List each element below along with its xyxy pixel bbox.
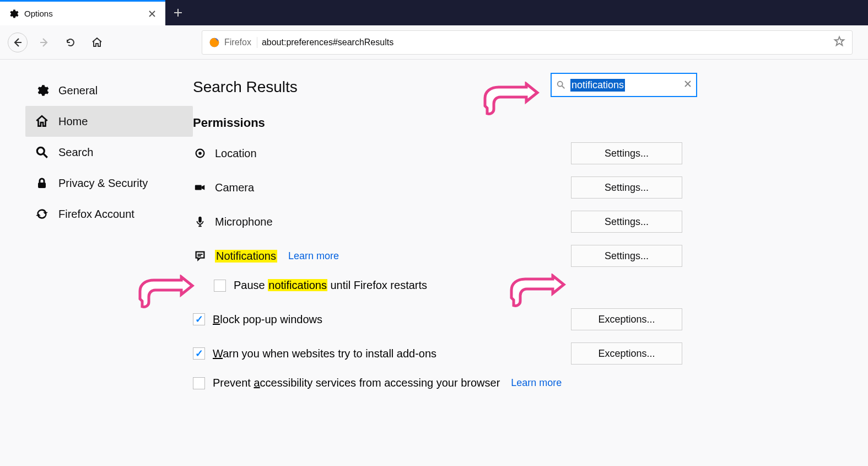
url-text: about:preferences#searchResults: [262, 38, 393, 47]
learn-more-link[interactable]: Learn more: [288, 250, 339, 262]
sidebar-item-label: Home: [58, 115, 88, 128]
microphone-settings-button[interactable]: Settings...: [571, 211, 682, 233]
preferences-main: notifications Search Results Permissions…: [193, 60, 868, 466]
permission-camera-row: Camera Settings...: [193, 176, 682, 199]
search-icon: [556, 80, 566, 90]
browser-tab-options[interactable]: Options: [0, 0, 165, 25]
location-settings-button[interactable]: Settings...: [571, 142, 682, 164]
addons-exceptions-button[interactable]: Exceptions...: [571, 342, 682, 365]
back-button[interactable]: [8, 33, 28, 52]
bookmark-star-icon[interactable]: [833, 35, 845, 50]
sidebar-item-label: Search: [58, 146, 93, 159]
permission-label: Notifications: [215, 250, 277, 263]
search-value: notifications: [570, 79, 625, 92]
preferences-content: General Home Search Privacy & Security F…: [0, 60, 868, 466]
prevent-accessibility-row: Prevent accessibility services from acce…: [193, 377, 682, 389]
sidebar-item-account[interactable]: Firefox Account: [25, 199, 193, 229]
permission-location-row: Location Settings...: [193, 142, 682, 164]
pause-notifications-checkbox[interactable]: [214, 280, 226, 292]
tab-title: Options: [24, 9, 147, 18]
block-popups-checkbox[interactable]: [193, 313, 205, 325]
home-button[interactable]: [87, 33, 107, 52]
sync-icon: [34, 206, 50, 222]
permission-label: Location: [215, 147, 257, 160]
page-heading: Search Results: [193, 78, 835, 96]
preferences-sidebar: General Home Search Privacy & Security F…: [0, 60, 193, 466]
learn-more-link[interactable]: Learn more: [511, 377, 562, 389]
svg-rect-6: [195, 185, 202, 190]
sidebar-item-label: General: [58, 84, 98, 97]
microphone-icon: [193, 215, 207, 229]
prevent-accessibility-label: Prevent accessibility services from acce…: [213, 377, 500, 389]
new-tab-button[interactable]: [165, 0, 191, 25]
svg-point-1: [37, 147, 44, 154]
camera-icon: [193, 180, 207, 195]
sidebar-item-privacy[interactable]: Privacy & Security: [25, 168, 193, 199]
tab-strip: Options: [0, 0, 868, 25]
pause-notifications-label: Pause notifications until Firefox restar…: [234, 279, 427, 292]
svg-point-5: [198, 152, 202, 155]
location-icon: [193, 146, 207, 160]
warn-addons-checkbox[interactable]: [193, 347, 205, 360]
permission-label: Camera: [215, 181, 254, 194]
lock-icon: [34, 175, 50, 191]
pause-notifications-row: Pause notifications until Firefox restar…: [214, 279, 682, 292]
gear-icon: [8, 8, 19, 19]
reload-button[interactable]: [61, 33, 80, 52]
identity-label: Firefox: [224, 38, 251, 47]
forward-button[interactable]: [34, 33, 54, 52]
url-bar[interactable]: Firefox about:preferences#searchResults: [202, 30, 853, 55]
svg-point-3: [558, 82, 563, 87]
section-heading-permissions: Permissions: [193, 116, 835, 130]
search-icon: [34, 144, 50, 160]
home-icon: [34, 114, 50, 129]
warn-addons-label: Warn you when websites try to install ad…: [213, 347, 436, 360]
sidebar-item-home[interactable]: Home: [25, 106, 193, 137]
sidebar-item-general[interactable]: General: [25, 75, 193, 106]
sidebar-item-search[interactable]: Search: [25, 137, 193, 168]
sidebar-item-label: Firefox Account: [58, 208, 134, 221]
block-popups-row: Block pop-up windows Exceptions...: [193, 308, 682, 330]
prevent-accessibility-checkbox[interactable]: [193, 377, 205, 389]
svg-rect-2: [38, 183, 46, 188]
nav-toolbar: Firefox about:preferences#searchResults: [0, 25, 868, 60]
camera-settings-button[interactable]: Settings...: [571, 176, 682, 199]
svg-rect-7: [198, 217, 202, 223]
notifications-settings-button[interactable]: Settings...: [571, 245, 682, 267]
speech-bubble-icon: [193, 249, 207, 263]
firefox-logo-icon: [209, 37, 220, 48]
permission-label: Microphone: [215, 216, 273, 228]
permission-notifications-row: Notifications Learn more Settings...: [193, 245, 682, 267]
find-in-options-input[interactable]: notifications: [551, 73, 697, 97]
warn-addons-row: Warn you when websites try to install ad…: [193, 342, 682, 365]
clear-search-icon[interactable]: [684, 80, 692, 90]
tab-close-icon[interactable]: [147, 8, 158, 19]
sidebar-item-label: Privacy & Security: [58, 177, 148, 190]
permission-microphone-row: Microphone Settings...: [193, 211, 682, 233]
popups-exceptions-button[interactable]: Exceptions...: [571, 308, 682, 330]
block-popups-label: Block pop-up windows: [213, 313, 322, 326]
gear-icon: [34, 83, 50, 98]
site-identity[interactable]: Firefox: [209, 37, 257, 48]
